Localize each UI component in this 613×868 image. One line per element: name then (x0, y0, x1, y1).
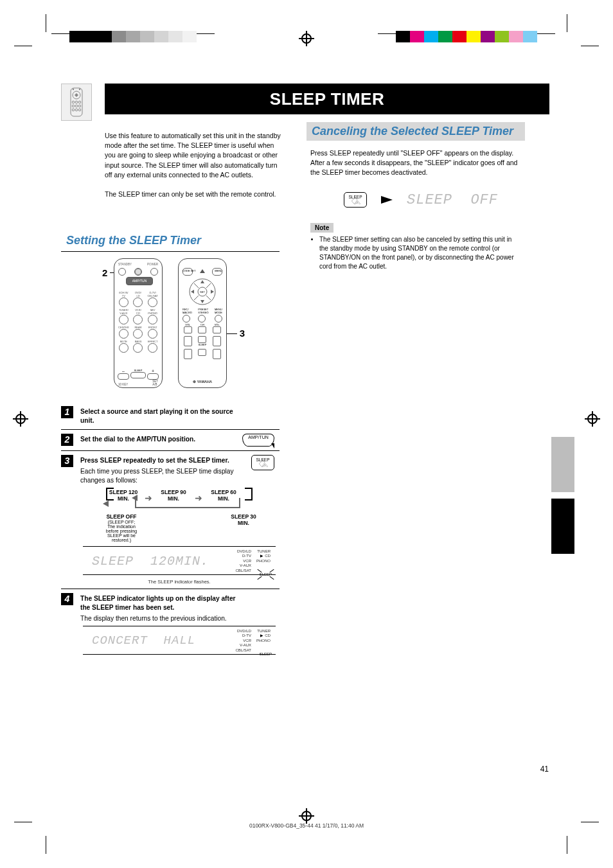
svg-point-12 (75, 109, 78, 111)
svg-point-4 (79, 89, 80, 90)
step-1-text: Select a source and start playing it on … (80, 407, 278, 425)
svg-marker-23 (191, 290, 194, 294)
subheader-canceling: Canceling the Selected SLEEP Timer (306, 122, 525, 141)
svg-marker-24 (211, 290, 214, 294)
sleep-sequence: SLEEP 120 MIN. ➜ SLEEP 90 MIN. ➜ SLEEP 6… (94, 489, 264, 503)
sleep-button-icon: SLEEP☟ (344, 192, 367, 208)
left-column: Setting the SLEEP Timer 2 3 STANDBYPOWER… (61, 231, 280, 665)
sleep-indicator-icon: SLEEP (260, 572, 272, 576)
svg-point-11 (72, 109, 75, 111)
step-4-text-b: The display then returns to the previous… (80, 614, 278, 623)
remote-icon (61, 84, 92, 121)
dial-amp-tun: AMP/TUN (126, 277, 153, 285)
sleep-button-icon: SLEEP☟ (251, 455, 274, 470)
callout-2: 2 (102, 267, 107, 278)
svg-point-9 (75, 105, 78, 107)
svg-marker-22 (200, 300, 204, 303)
side-tabs (551, 437, 574, 554)
remote-control-alt: CODE SETMENU SET REC/MACRO PRESETSTEREO (178, 258, 227, 388)
svg-line-19 (194, 296, 199, 300)
svg-point-5 (72, 101, 75, 103)
side-tab (551, 437, 574, 492)
callout-3: 3 (240, 328, 245, 339)
dpad-icon: SET (189, 278, 216, 305)
registration-mark-icon (585, 411, 600, 427)
svg-point-6 (75, 101, 78, 103)
lcd-display-2: CONCERT HALL DVD/LDTUNER D-TVCD VCRPHONO… (83, 626, 276, 655)
cancel-body: Press SLEEP repeatedly until "SLEEP OFF"… (310, 148, 521, 178)
footer-note: 0100RX-V800-GB4_35-44 41 1/17/0, 11:40 A… (249, 822, 364, 829)
svg-point-7 (78, 101, 81, 103)
remote-control-main: STANDBYPOWER AMP/TUN 6CH IN/TV DVD/LD D-… (114, 258, 163, 388)
cancel-demo: SLEEP☟ SLEEP OFF (344, 192, 525, 208)
lcd-caption: The SLEEP indicator flashes. (80, 579, 278, 585)
svg-point-3 (73, 89, 74, 90)
trim-mark (567, 822, 592, 847)
lcd-display-1: SLEEP 120MIN. DVD/LDTUNER D-TVCD VCRPHON… (83, 546, 276, 576)
step-2: 2 Set the dial to the AMP/TUN position. … (61, 429, 280, 450)
step-3-text-b: Each time you press SLEEP, the SLEEP tim… (80, 467, 278, 485)
registration-mark-icon (299, 808, 314, 824)
trim-mark (21, 21, 46, 46)
svg-line-20 (206, 296, 211, 300)
step-3-text-a: Press SLEEP repeatedly to set the SLEEP … (80, 456, 278, 465)
brand-label: ⊛ YAMAHA (179, 380, 226, 384)
step-4-text-a: The SLEEP indicator lights up on the dis… (80, 594, 278, 612)
color-strip (378, 31, 555, 42)
registration-mark-icon (13, 411, 28, 427)
svg-line-18 (206, 283, 211, 288)
svg-point-13 (78, 109, 81, 111)
svg-point-10 (78, 105, 81, 107)
arrow-icon (381, 196, 393, 204)
right-column: Canceling the Selected SLEEP Timer Press… (306, 122, 525, 272)
lcd-sleep-off: SLEEP OFF (407, 192, 498, 208)
page-title: SLEEP TIMER (105, 84, 549, 114)
note-body: The SLEEP timer setting can also be canc… (310, 235, 521, 271)
side-tab-active (551, 499, 574, 554)
lcd-text: SLEEP 120MIN. (83, 554, 209, 569)
page-number: 41 (540, 765, 549, 774)
svg-line-17 (194, 283, 199, 288)
svg-marker-21 (200, 280, 204, 283)
registration-mark-icon (299, 31, 314, 46)
trim-mark (21, 822, 46, 847)
greyscale-strip (51, 31, 215, 42)
trim-mark (567, 21, 592, 46)
svg-point-8 (72, 105, 75, 107)
intro-text: Use this feature to automatically set th… (105, 131, 286, 200)
step-4: 4 The SLEEP indicator lights up on the d… (61, 589, 280, 665)
subheader-setting: Setting the SLEEP Timer (61, 231, 280, 250)
hand-pointer-icon: ☟ (341, 188, 375, 221)
amp-tun-button-icon: AMP/TUN (242, 434, 274, 447)
note-heading: Note (310, 223, 333, 233)
lcd-text: CONCERT HALL (83, 633, 195, 648)
sleep-indicator-icon: SLEEP (260, 652, 272, 656)
svg-marker-2 (75, 93, 78, 97)
step-1: 1 Select a source and start playing it o… (61, 402, 280, 429)
svg-text:SET: SET (200, 290, 205, 294)
step-3: 3 Press SLEEP repeatedly to set the SLEE… (61, 450, 280, 589)
